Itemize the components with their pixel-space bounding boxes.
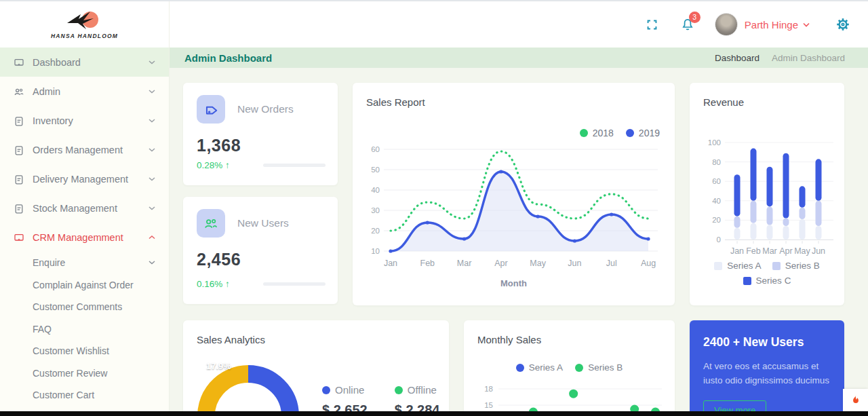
legend-label: Offline	[408, 384, 437, 396]
notifications-button[interactable]: 3	[681, 18, 694, 32]
sidebar-item-label: Orders Management	[33, 145, 123, 155]
legend-swatch	[395, 386, 403, 394]
brand-logo[interactable]: HANSA HANDLOOM	[0, 1, 169, 48]
svg-text:Jul: Jul	[606, 259, 617, 268]
svg-text:20: 20	[712, 216, 721, 224]
sidebar-subitem-label: Complain Against Order	[33, 280, 134, 290]
sidebar-subitem-complain-against-order[interactable]: Complain Against Order	[0, 274, 169, 297]
stat-title: New Users	[237, 217, 289, 229]
svg-text:Mar: Mar	[762, 246, 777, 256]
users-icon	[14, 86, 24, 97]
sidebar-menu: DashboardAdminInventoryOrders Management…	[0, 48, 169, 406]
promo-title: 2400 + New Users	[703, 335, 804, 349]
legend-swatch	[714, 262, 722, 270]
x-axis-label: Month	[353, 278, 675, 288]
svg-text:Jun: Jun	[812, 246, 825, 256]
screen-icon	[14, 57, 24, 68]
breadcrumb: Dashboard Admin Dashboard	[715, 53, 845, 63]
svg-text:80: 80	[712, 158, 721, 166]
svg-text:30: 30	[371, 206, 380, 214]
stat-change: 0.28% ↑	[197, 160, 230, 170]
svg-text:18: 18	[484, 385, 493, 393]
stat-icon-box	[197, 95, 225, 124]
svg-text:100: 100	[708, 138, 721, 147]
legend-item-series-c[interactable]: Series C	[743, 276, 791, 286]
stat-change: 0.16% ↑	[197, 279, 230, 289]
sidebar-item-label: Dashboard	[33, 57, 81, 68]
file-icon	[14, 203, 24, 214]
debug-toolbar-button[interactable]	[843, 389, 868, 411]
legend-label: Online	[335, 384, 364, 396]
svg-text:40: 40	[371, 186, 380, 194]
svg-text:May: May	[794, 246, 810, 256]
stat-progress	[263, 282, 326, 286]
stat-title: New Orders	[237, 103, 294, 115]
sidebar-subitem-faq[interactable]: FAQ	[0, 318, 169, 341]
svg-text:60: 60	[712, 177, 721, 185]
legend-item-series-b[interactable]: Series B	[772, 261, 820, 271]
svg-text:Jan: Jan	[730, 246, 744, 256]
tag-plus-icon	[203, 102, 218, 117]
legend-item-series-a[interactable]: Series A	[714, 261, 761, 271]
svg-text:Jun: Jun	[568, 259, 581, 268]
page-header-bar: Admin Dashboard Dashboard Admin Dashboar…	[170, 48, 868, 68]
revenue-card: Revenue 020406080100JanFebMarAprMayJun S…	[690, 83, 844, 305]
legend-swatch	[743, 277, 751, 285]
settings-icon[interactable]	[835, 17, 850, 32]
chevron-down-icon	[149, 177, 155, 181]
top-divider	[0, 0, 868, 1]
sales-report-line-chart: 102030405060JanFebMarAprMayJunJulAug	[353, 83, 675, 305]
chevron-down-icon	[149, 206, 155, 210]
sidebar-item-inventory[interactable]: Inventory	[0, 106, 169, 135]
chevron-down-icon	[149, 90, 155, 94]
breadcrumb-dashboard[interactable]: Dashboard	[715, 53, 760, 63]
sidebar-item-orders-management[interactable]: Orders Management	[0, 135, 169, 164]
sidebar-subitem-customer-cart[interactable]: Customer Cart	[0, 384, 169, 406]
brand-name: HANSA HANDLOOM	[51, 33, 118, 39]
legend-swatch	[322, 386, 330, 394]
sidebar-item-label: Admin	[33, 86, 60, 97]
main-content: New Orders1,3680.28% ↑ New Users2,4560.1…	[170, 68, 868, 416]
stat-progress	[263, 164, 326, 167]
svg-text:Feb: Feb	[420, 259, 435, 268]
sidebar-item-stock-management[interactable]: Stock Management	[0, 193, 169, 223]
sidebar-item-label: Inventory	[33, 115, 73, 126]
flame-icon	[850, 394, 861, 407]
legend-item-online[interactable]: Online	[322, 384, 368, 396]
fullscreen-icon[interactable]	[646, 19, 658, 31]
promo-text: At vero eos et accusamus et iusto odio d…	[703, 360, 833, 388]
svg-text:Mar: Mar	[457, 259, 472, 268]
sidebar-item-admin[interactable]: Admin	[0, 77, 169, 106]
svg-text:Apr: Apr	[779, 246, 792, 256]
svg-text:20: 20	[371, 227, 380, 235]
chevron-down-icon	[803, 22, 810, 27]
user-menu[interactable]: Parth Hinge	[745, 19, 810, 31]
screen-icon	[14, 232, 24, 243]
users-icon	[203, 216, 218, 231]
monthly-sales-scatter-chart: 1815	[464, 320, 675, 416]
file-icon	[14, 174, 24, 185]
revenue-legend: Series ASeries BSeries C	[690, 261, 844, 286]
notification-badge: 3	[689, 12, 701, 23]
sidebar-subitem-customer-comments[interactable]: Customer Comments	[0, 296, 169, 318]
sidebar-item-delivery-management[interactable]: Delivery Management	[0, 164, 169, 193]
sidebar-subitem-customer-review[interactable]: Customer Review	[0, 362, 169, 385]
chevron-down-icon	[149, 148, 155, 152]
sidebar-subitem-customer-wishlist[interactable]: Customer Wishlist	[0, 340, 169, 362]
sidebar-item-dashboard[interactable]: Dashboard	[0, 48, 169, 77]
user-name: Parth Hinge	[745, 19, 798, 31]
legend-item-offline[interactable]: Offline	[395, 384, 440, 396]
sidebar: HANSA HANDLOOM DashboardAdminInventoryOr…	[0, 1, 170, 416]
sidebar-subitem-label: Customer Wishlist	[33, 345, 109, 356]
user-avatar[interactable]	[715, 13, 738, 36]
breadcrumb-current-page: Admin Dashboard	[772, 53, 845, 63]
svg-text:60: 60	[371, 145, 380, 153]
file-icon	[14, 115, 24, 126]
sidebar-item-crm-managemment[interactable]: CRM Managemment	[0, 223, 169, 252]
svg-text:Jan: Jan	[384, 259, 397, 268]
sidebar-item-label: Stock Management	[33, 203, 117, 214]
stat-value: 2,456	[197, 250, 241, 269]
bottom-bar	[0, 411, 868, 416]
sidebar-subitem-enquire[interactable]: Enquire	[0, 252, 169, 274]
stat-value: 1,368	[197, 136, 241, 155]
